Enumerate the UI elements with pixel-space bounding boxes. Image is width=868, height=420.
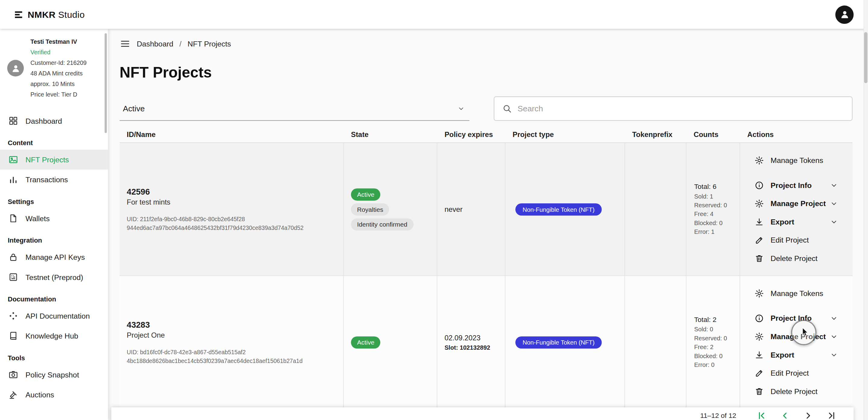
count-sold: Sold: 1 (694, 192, 740, 200)
counts-cell: Total: 6 Sold: 1 Reserved: 0 Free: 4 Blo… (687, 143, 740, 276)
nmkr-logo-icon (14, 10, 24, 19)
state-pill-identity-confirmed: Identity confirmed (351, 218, 413, 230)
col-policy-expires: Policy expires (437, 130, 505, 139)
nav-label: Testnet (Preprod) (25, 273, 83, 281)
policy-slot: Slot: 102132892 (444, 344, 505, 351)
last-page-icon (826, 410, 837, 420)
sidebar-scrollbar[interactable] (104, 33, 107, 133)
nmkr-studio-app: NMKR Studio Testi Testman IV Verified Cu… (0, 0, 868, 420)
project-uid-line1: UID: bd16fc0f-dc78-42e3-a867-d55eab515af… (127, 347, 338, 356)
document-icon (8, 213, 19, 223)
counts-cell: Total: 2 Sold: 0 Reserved: 0 Free: 2 Blo… (687, 276, 740, 409)
page-scrollbar[interactable] (864, 0, 868, 420)
chevron-down-icon (830, 181, 838, 190)
state-cell: Active (344, 276, 437, 409)
action-manage-tokens[interactable]: Manage Tokens (754, 151, 844, 170)
action-label: Export (771, 218, 795, 226)
count-total: Total: 2 (694, 316, 740, 324)
user-mint-credits: 48 ADA Mint credits (30, 68, 87, 79)
action-export[interactable]: Export (754, 345, 844, 364)
breadcrumb-dashboard[interactable]: Dashboard (137, 39, 173, 48)
person-icon (10, 63, 21, 73)
chevron-down-icon (830, 218, 838, 226)
project-id-cell: 42596 For test mints UID: 211f2efa-9bc0-… (120, 143, 344, 276)
action-label: Export (771, 351, 795, 359)
nmkr-logo[interactable]: NMKR Studio (14, 9, 85, 20)
logo-product: Studio (58, 9, 85, 19)
status-filter-select[interactable]: Active (120, 96, 470, 121)
first-page-button[interactable] (756, 410, 767, 420)
project-uid-line2: 4bc188de8626bac1bec14cb53f0239a7aec64dec… (127, 356, 338, 365)
camera-icon (8, 370, 19, 380)
count-error: Error: 1 (694, 227, 740, 236)
col-tokenprefix: Tokenprefix (625, 130, 687, 139)
gavel-icon (8, 390, 19, 399)
sidebar-item-dashboard[interactable]: Dashboard (0, 111, 108, 131)
action-manage-project[interactable]: Manage Project (754, 194, 844, 213)
nav-label: NFT Projects (25, 156, 69, 164)
last-page-button[interactable] (826, 410, 837, 420)
previous-page-button[interactable] (779, 410, 790, 420)
action-project-info[interactable]: Project Info (754, 176, 844, 194)
state-pill-active: Active (351, 336, 380, 348)
nav-label: Dashboard (25, 117, 62, 125)
count-blocked: Blocked: 0 (694, 351, 740, 360)
action-edit-project[interactable]: Edit Project (754, 364, 844, 382)
trash-icon (754, 253, 764, 263)
action-manage-tokens[interactable]: Manage Tokens (754, 284, 844, 302)
download-icon (754, 350, 764, 359)
page-scrollbar-thumb[interactable] (864, 32, 867, 83)
bar-chart-icon (8, 175, 19, 185)
policy-expires-value: 02.09.2023 (444, 334, 505, 342)
sidebar-nav: Dashboard Content NFT Projects Transacti… (0, 111, 108, 404)
sidebar-item-nft-projects[interactable]: NFT Projects (0, 150, 108, 170)
count-free: Free: 2 (694, 342, 740, 351)
table-header: ID/Name State Policy expires Project typ… (120, 127, 852, 143)
breadcrumb-nft-projects[interactable]: NFT Projects (187, 39, 231, 48)
chevron-right-icon (803, 410, 814, 420)
actions-cell: Manage Tokens Project Info (740, 143, 852, 276)
sidebar-item-knowledge-hub[interactable]: Knowledge Hub (0, 326, 108, 346)
search-box[interactable] (494, 96, 852, 121)
gear-icon (754, 156, 764, 165)
state-pill-active: Active (351, 188, 380, 200)
testnet-icon (8, 272, 19, 282)
nav-section-integration: Integration (0, 228, 108, 247)
chevron-down-icon (830, 314, 838, 323)
menu-icon[interactable] (120, 38, 131, 50)
lock-icon (8, 252, 19, 262)
project-uid: UID: bd16fc0f-dc78-42e3-a867-d55eab515af… (127, 347, 343, 365)
sidebar-avatar (7, 60, 24, 76)
project-uid-line1: UID: 211f2efa-9bc0-46b8-829c-80cb2e645f2… (127, 214, 338, 223)
action-delete-project[interactable]: Delete Project (754, 249, 844, 268)
sidebar-item-testnet[interactable]: Testnet (Preprod) (0, 267, 108, 287)
action-edit-project[interactable]: Edit Project (754, 231, 844, 249)
sidebar-item-api-documentation[interactable]: API Documentation (0, 306, 108, 326)
action-export[interactable]: Export (754, 213, 844, 231)
next-page-button[interactable] (803, 410, 814, 420)
table-row[interactable]: 42596 For test mints UID: 211f2efa-9bc0-… (120, 143, 852, 276)
col-project-type: Project type (505, 130, 625, 139)
sidebar-item-transactions[interactable]: Transactions (0, 170, 108, 190)
project-uid: UID: 211f2efa-9bc0-46b8-829c-80cb2e645f2… (127, 214, 343, 232)
breadcrumb-separator: / (179, 39, 181, 48)
nav-section-content: Content (0, 131, 108, 149)
sidebar-item-wallets[interactable]: Wallets (0, 208, 108, 228)
action-delete-project[interactable]: Delete Project (754, 382, 844, 400)
nav-label: Policy Snapshot (25, 370, 79, 379)
sidebar-item-manage-api-keys[interactable]: Manage API Keys (0, 247, 108, 267)
col-id-name: ID/Name (120, 130, 344, 139)
sidebar-item-auctions[interactable]: Auctions (0, 385, 108, 404)
action-label: Delete Project (771, 254, 818, 262)
gear-icon (754, 288, 764, 298)
edit-icon (754, 368, 764, 378)
user-avatar-button[interactable] (835, 5, 854, 24)
policy-expires-cell: 02.09.2023 Slot: 102132892 (437, 276, 505, 409)
action-label: Project Info (771, 181, 812, 190)
project-type-cell: Non-Fungible Token (NFT) (505, 276, 625, 409)
search-input[interactable] (518, 104, 844, 113)
count-blocked: Blocked: 0 (694, 218, 740, 227)
nav-label: Manage API Keys (25, 253, 85, 261)
sidebar-item-policy-snapshot[interactable]: Policy Snapshot (0, 365, 108, 385)
table-row[interactable]: 43283 Project One UID: bd16fc0f-dc78-42e… (120, 276, 852, 409)
